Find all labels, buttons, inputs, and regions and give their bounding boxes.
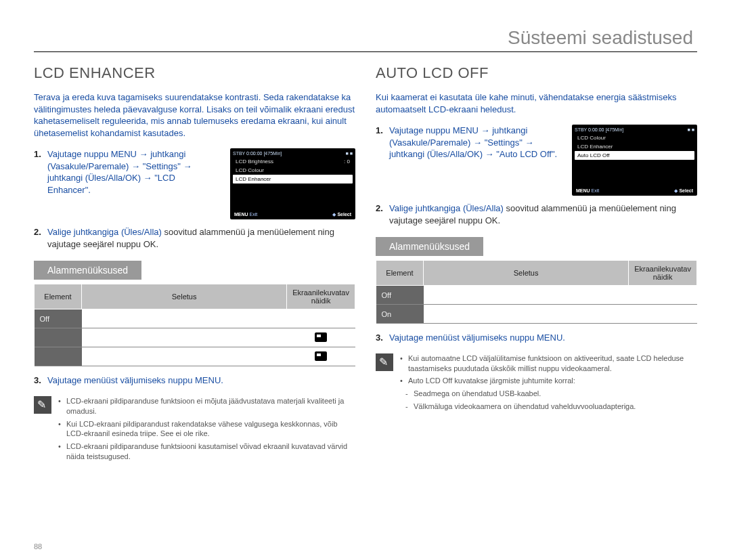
screenshot-stby: STBY 0:00:00 [475Min] (233, 151, 282, 156)
cell-element: On (376, 305, 424, 324)
right-step3: Vajutage menüüst väljumiseks nuppu MENU. (389, 332, 565, 343)
note-item: Kui LCD-ekraani pildiparandust rakendata… (58, 419, 355, 439)
enhancer-icon (315, 351, 327, 361)
auto-lcd-off-screenshot: STBY 0:00:00 [475Min] ■ ■ LCD Colour LCD… (572, 125, 697, 196)
note-item: LCD-ekraani pildiparanduse funktsioon ei… (58, 396, 355, 416)
menu-row-1: LCD Enhancer (575, 142, 694, 151)
cell-seletus (82, 328, 287, 347)
right-submenu-badge: Alammenüüksused (376, 237, 483, 256)
left-note-list: LCD-ekraani pildiparanduse funktsioon ei… (58, 396, 355, 465)
left-steps-3: Vajutage menüüst väljumiseks nuppu MENU. (34, 374, 355, 387)
screenshot-stby: STBY 0:00:00 [475Min] (575, 127, 623, 132)
cell-seletus (82, 309, 287, 328)
left-steps-1: Vajutage nuppu MENU → juhtkangi (Vasakul… (34, 148, 221, 196)
right-note-block: Kui automaatne LCD väljalülitamise funkt… (376, 353, 697, 414)
table-row: On (376, 305, 697, 324)
th-seletus: Seletus (82, 284, 287, 309)
cell-element (35, 347, 82, 366)
cell-icon (629, 305, 697, 324)
note-item: LCD-ekraani pildiparanduse funktsiooni k… (58, 441, 355, 462)
lcd-enhancer-title: LCD ENHANCER (34, 64, 355, 82)
right-step1: Vajutage nuppu MENU → juhtkangi (Vasakul… (389, 125, 557, 159)
table-row (35, 328, 355, 347)
note-subitem: Seadmega on ühendatud USB-kaabel. (400, 389, 697, 399)
right-options-table: Element Seletus Ekraanilekuvatav näidik … (376, 260, 697, 324)
menu-row-0: LCD Colour (575, 133, 694, 142)
left-step3: Vajutage menüüst väljumiseks nuppu MENU. (47, 375, 223, 385)
left-step2-blue: Valige juhtkangiga (Üles/Alla) (47, 227, 162, 237)
left-options-table: Element Seletus Ekraanilekuvatav näidik … (34, 284, 355, 366)
right-steps-3: Vajutage menüüst väljumiseks nuppu MENU. (376, 332, 697, 344)
note-item: Auto LCD Off kuvatakse järgmiste juhtumi… (400, 376, 697, 386)
screenshot-icons: ■ ■ (688, 127, 694, 132)
lcd-enhancer-intro: Terava ja ereda kuva tagamiseks suurenda… (34, 91, 355, 139)
table-row: Off (376, 286, 697, 305)
right-note-list: Kui automaatne LCD väljalülitamise funkt… (400, 353, 697, 414)
th-element: Element (376, 261, 424, 286)
screenshot-exit: MENU Exit (234, 212, 257, 217)
th-seletus: Seletus (424, 261, 629, 286)
note-subitem: Välkmäluga videokaamera on ühendatud vah… (400, 402, 697, 412)
menu-row-1: LCD Colour (233, 166, 353, 175)
left-note-block: LCD-ekraani pildiparanduse funktsioon ei… (34, 396, 355, 465)
table-row (35, 347, 355, 366)
two-column-layout: LCD ENHANCER Terava ja ereda kuva tagami… (34, 64, 697, 465)
page-header: Süsteemi seadistused (34, 27, 697, 52)
cell-icon (287, 347, 355, 366)
enhancer-icon (315, 332, 327, 342)
screenshot-icons: ■ ■ (346, 151, 353, 156)
screenshot-select: ◆ Select (332, 212, 351, 217)
cell-element: Off (376, 286, 424, 305)
left-submenu-badge: Alammenüüksused (34, 261, 141, 280)
right-steps-1: Vajutage nuppu MENU → juhtkangi (Vasakul… (376, 125, 562, 160)
note-icon (34, 396, 51, 414)
cell-element (35, 328, 82, 347)
page-number: 88 (34, 542, 42, 551)
screenshot-exit: MENU Exit (576, 188, 599, 194)
right-column: AUTO LCD OFF Kui kaamerat ei kasutata ül… (376, 64, 697, 465)
cell-icon (287, 328, 355, 347)
cell-seletus (424, 305, 629, 324)
left-step1-block: Vajutage nuppu MENU → juhtkangi (Vasakul… (34, 148, 355, 219)
menu-row-0: LCD Brightness: 0 (233, 157, 353, 166)
cell-element: Off (35, 309, 82, 328)
left-step1: Vajutage nuppu MENU → juhtkangi (Vasakul… (47, 149, 192, 195)
right-step1-block: Vajutage nuppu MENU → juhtkangi (Vasakul… (376, 125, 697, 196)
left-column: LCD ENHANCER Terava ja ereda kuva tagami… (34, 64, 355, 465)
menu-row-selected: LCD Enhancer (233, 175, 353, 184)
lcd-enhancer-screenshot: STBY 0:00:00 [475Min] ■ ■ LCD Brightness… (230, 148, 355, 219)
table-row: Off (35, 309, 355, 328)
cell-seletus (82, 347, 287, 366)
th-element: Element (35, 284, 82, 309)
right-steps-2: Valige juhtkangiga (Üles/Alla) soovitud … (376, 202, 697, 226)
left-steps-2: Valige juhtkangiga (Üles/Alla) soovitud … (34, 226, 355, 250)
screenshot-select: ◆ Select (674, 188, 693, 194)
note-icon (376, 353, 393, 371)
auto-lcd-off-title: AUTO LCD OFF (376, 64, 697, 82)
right-step2-blue: Valige juhtkangiga (Üles/Alla) (389, 203, 504, 213)
cell-icon (629, 286, 697, 305)
auto-lcd-off-intro: Kui kaamerat ei kasutata üle kahe minuti… (376, 91, 697, 115)
cell-seletus (424, 286, 629, 305)
th-naidik: Ekraanilekuvatav näidik (629, 261, 697, 286)
cell-icon (287, 309, 355, 328)
menu-row-selected: Auto LCD Off (575, 151, 694, 160)
note-item: Kui automaatne LCD väljalülitamise funkt… (400, 353, 697, 374)
th-naidik: Ekraanilekuvatav näidik (287, 284, 355, 309)
